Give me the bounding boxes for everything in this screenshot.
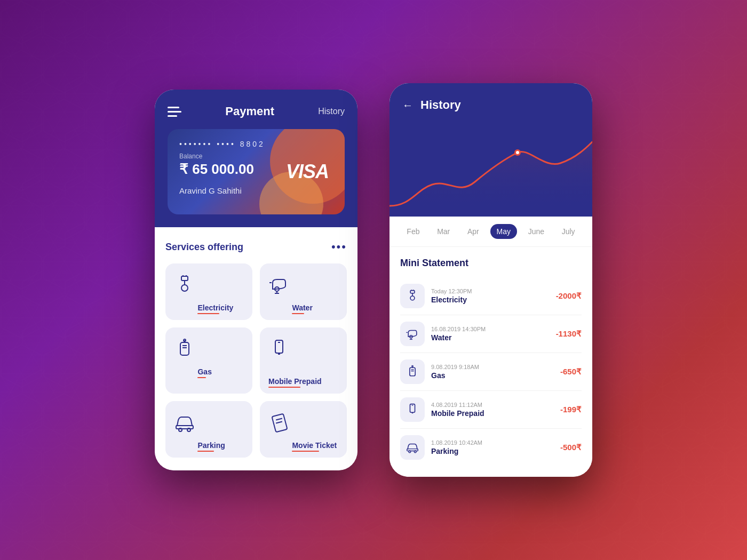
stmt-water-name: Water — [431, 333, 550, 342]
stmt-gas: 9.08.2019 9:18AM Gas -650₹ — [400, 353, 582, 391]
gas-label: Gas — [197, 367, 211, 376]
stmt-gas-time: 9.08.2019 9:18AM — [431, 364, 554, 370]
stmt-water-info: 16.08.2019 14:30PM Water — [431, 326, 550, 342]
stmt-mobile-icon — [406, 403, 419, 417]
credit-card: ••••••• •••• 8802 Balance ₹ 65 000.00 Ar… — [168, 129, 345, 214]
mini-statement-title: Mini Statement — [400, 258, 582, 269]
stmt-electricity-amount: -2000₹ — [556, 291, 582, 301]
service-movie[interactable]: Movie Ticket — [260, 401, 347, 458]
svg-line-25 — [276, 418, 282, 420]
back-button[interactable]: ← — [402, 99, 413, 111]
payment-title: Payment — [225, 105, 274, 118]
svg-point-28 — [516, 151, 519, 154]
history-phone: ← History — [390, 83, 592, 477]
stmt-parking-amount: -500₹ — [560, 443, 582, 452]
tab-may[interactable]: May — [490, 224, 517, 239]
svg-point-22 — [179, 428, 182, 431]
movie-icon — [268, 412, 290, 433]
history-header: ← History — [390, 83, 592, 131]
more-options-button[interactable]: ••• — [331, 240, 347, 254]
stmt-mobile-amount: -199₹ — [560, 405, 582, 414]
stmt-electricity: Today 12:30PM Electricity -2000₹ — [400, 277, 582, 315]
card-number: ••••••• •••• 8802 — [179, 140, 333, 148]
stmt-gas-amount: -650₹ — [560, 367, 582, 377]
stmt-electricity-icon-wrap — [400, 284, 425, 308]
stmt-parking-info: 1.08.2019 10:42AM Parking — [431, 439, 554, 455]
mini-statement: Mini Statement Today 12:30PM Electricity — [390, 247, 592, 477]
hamburger-menu[interactable] — [168, 107, 181, 117]
tab-june[interactable]: June — [522, 224, 551, 239]
electricity-icon — [174, 274, 195, 295]
stmt-water: 16.08.2019 14:30PM Water -1130₹ — [400, 315, 582, 353]
tab-apr[interactable]: Apr — [461, 224, 486, 239]
stmt-electricity-time: Today 12:30PM — [431, 288, 550, 294]
services-title: Services offering — [165, 242, 243, 253]
svg-rect-38 — [410, 367, 415, 376]
stmt-electricity-info: Today 12:30PM Electricity — [431, 288, 550, 304]
svg-rect-24 — [272, 414, 287, 433]
stmt-parking-time: 1.08.2019 10:42AM — [431, 439, 554, 446]
stmt-parking: 1.08.2019 10:42AM Parking -500₹ — [400, 429, 582, 466]
chart-area — [390, 131, 592, 217]
card-holder: Aravind G Sahithi — [179, 186, 333, 195]
stmt-parking-icon — [406, 441, 419, 454]
payment-header: Payment History ••••••• •••• 8802 Balanc… — [155, 90, 357, 227]
stmt-parking-name: Parking — [431, 447, 554, 455]
services-section: Services offering ••• Electricity — [155, 227, 357, 470]
svg-rect-12 — [180, 342, 189, 355]
stmt-gas-icon — [406, 365, 419, 379]
payment-phone: Payment History ••••••• •••• 8802 Balanc… — [155, 90, 357, 470]
stmt-mobile-icon-wrap — [400, 397, 425, 422]
svg-point-31 — [410, 296, 415, 300]
parking-icon — [174, 412, 195, 433]
svg-point-48 — [414, 451, 416, 453]
services-grid: Electricity Water — [165, 263, 347, 458]
service-water[interactable]: Water — [260, 263, 347, 320]
stmt-water-time: 16.08.2019 14:30PM — [431, 326, 550, 332]
main-container: Payment History ••••••• •••• 8802 Balanc… — [155, 83, 592, 477]
balance-label: Balance — [179, 153, 333, 160]
stmt-gas-icon-wrap — [400, 359, 425, 384]
stmt-mobile-name: Mobile Prepaid — [431, 409, 554, 418]
electricity-label: Electricity — [197, 303, 233, 312]
svg-point-42 — [412, 365, 414, 367]
water-icon — [268, 274, 290, 295]
stmt-parking-icon-wrap — [400, 435, 425, 460]
visa-brand: VISA — [286, 161, 329, 183]
svg-rect-46 — [407, 449, 418, 451]
history-chart — [390, 137, 592, 211]
stmt-water-icon-wrap — [400, 322, 425, 346]
gas-icon — [174, 338, 195, 359]
history-link[interactable]: History — [318, 107, 345, 116]
stmt-mobile: 4.08.2019 11:12AM Mobile Prepaid -199₹ — [400, 391, 582, 429]
mobile-icon — [268, 338, 290, 359]
stmt-gas-name: Gas — [431, 371, 554, 380]
tab-july[interactable]: July — [555, 224, 582, 239]
tab-feb[interactable]: Feb — [400, 224, 426, 239]
service-parking[interactable]: Parking — [165, 401, 252, 458]
water-label: Water — [292, 303, 312, 312]
svg-point-23 — [187, 428, 190, 431]
stmt-mobile-info: 4.08.2019 11:12AM Mobile Prepaid — [431, 402, 554, 418]
service-gas[interactable]: Gas — [165, 327, 252, 394]
movie-label: Movie Ticket — [292, 441, 337, 450]
stmt-water-amount: -1130₹ — [556, 329, 582, 339]
history-title: History — [420, 98, 461, 112]
tab-mar[interactable]: Mar — [431, 224, 456, 239]
payment-nav: Payment History — [168, 105, 345, 118]
parking-label: Parking — [197, 441, 225, 450]
service-mobile[interactable]: Mobile Prepaid — [260, 327, 347, 394]
service-electricity[interactable]: Electricity — [165, 263, 252, 320]
stmt-electricity-icon — [406, 289, 419, 303]
svg-point-5 — [181, 285, 188, 291]
history-nav: ← History — [402, 98, 579, 112]
svg-point-47 — [409, 451, 411, 453]
stmt-gas-info: 9.08.2019 9:18AM Gas — [431, 364, 554, 380]
svg-rect-21 — [176, 426, 193, 429]
stmt-electricity-name: Electricity — [431, 295, 550, 304]
svg-rect-3 — [181, 276, 188, 281]
mobile-label: Mobile Prepaid — [268, 377, 322, 386]
svg-line-26 — [276, 421, 282, 423]
stmt-mobile-time: 4.08.2019 11:12AM — [431, 402, 554, 408]
stmt-water-icon — [406, 327, 419, 341]
